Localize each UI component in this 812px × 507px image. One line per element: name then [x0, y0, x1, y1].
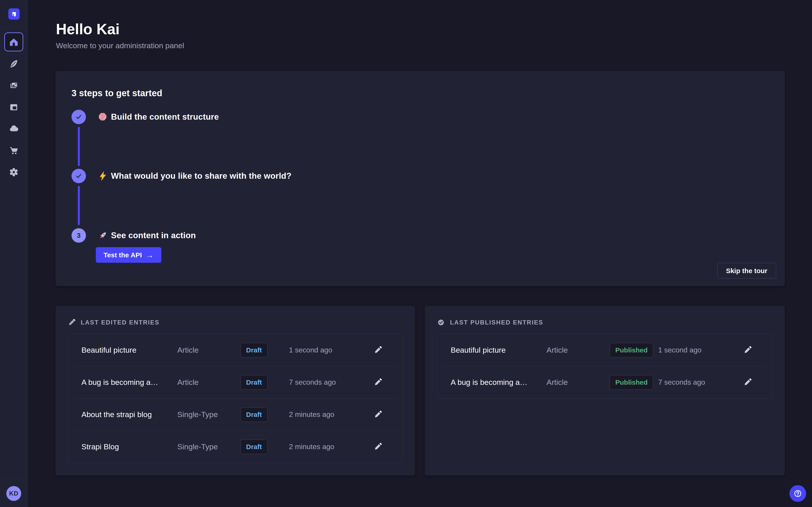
step-3-label: See content in action	[98, 228, 196, 243]
entry-timestamp: 1 second ago	[289, 346, 371, 354]
panel-header: LAST PUBLISHED ENTRIES	[437, 318, 772, 327]
step-1-check-circle	[71, 110, 86, 124]
content-manager-feather-icon	[9, 59, 19, 69]
step-1-label: Build the content structure	[98, 110, 219, 124]
entry-content-type: Article	[547, 346, 610, 354]
page-title: Hello Kai	[56, 21, 119, 38]
lightning-emoji-icon	[98, 171, 108, 181]
media-library-icon	[9, 80, 19, 91]
skip-the-tour-button[interactable]: Skip the tour	[717, 263, 776, 279]
step-2-label: What would you like to share with the wo…	[98, 169, 292, 183]
step-connector	[78, 127, 80, 166]
help-button[interactable]	[790, 485, 806, 502]
cloud-icon	[9, 123, 19, 134]
pencil-icon	[743, 346, 752, 355]
edit-entry-button[interactable]	[371, 346, 385, 355]
check-icon	[75, 172, 83, 180]
entry-content-type: Single-Type	[177, 410, 241, 419]
status-badge: Draft	[241, 375, 267, 390]
page-subtitle: Welcome to your administration panel	[56, 41, 184, 50]
entry-timestamp: 7 seconds ago	[289, 378, 371, 386]
sidebar-item-settings[interactable]	[4, 163, 23, 182]
entry-timestamp: 2 minutes ago	[289, 443, 371, 451]
entry-timestamp: 7 seconds ago	[658, 378, 741, 386]
pencil-icon	[373, 346, 382, 355]
entry-content-type: Article	[177, 346, 241, 354]
edit-entry-button[interactable]	[371, 378, 385, 387]
entry-row: A bug is becoming a… Article Draft 7 sec…	[68, 366, 403, 398]
sidebar-item-content-type-builder[interactable]	[4, 98, 23, 116]
entry-title: A bug is becoming a…	[82, 378, 177, 387]
sidebar: KD	[0, 0, 28, 507]
entry-title: A bug is becoming a…	[451, 378, 547, 387]
edit-entry-button[interactable]	[741, 346, 754, 355]
entry-content-type: Article	[177, 378, 241, 387]
check-circle-icon	[437, 319, 445, 327]
marketplace-cart-icon	[9, 145, 19, 156]
pencil-icon	[68, 319, 76, 327]
panel-title: LAST PUBLISHED ENTRIES	[450, 319, 543, 326]
panel-header: LAST EDITED ENTRIES	[68, 318, 403, 327]
edit-entry-button[interactable]	[371, 442, 385, 451]
settings-gear-icon	[9, 167, 19, 177]
status-badge: Draft	[241, 407, 267, 422]
pencil-icon	[743, 378, 752, 387]
step-connector	[78, 186, 80, 225]
pencil-icon	[373, 410, 382, 419]
status-badge: Published	[610, 343, 653, 357]
arrow-right-icon: →	[146, 251, 154, 259]
sidebar-item-marketplace[interactable]	[4, 141, 23, 160]
entry-timestamp: 1 second ago	[658, 346, 741, 354]
test-the-api-button[interactable]: Test the API →	[96, 247, 161, 263]
last-edited-entries-table: Beautiful picture Article Draft 1 second…	[68, 334, 403, 463]
question-mark-icon	[793, 489, 802, 498]
step-3-number-circle: 3	[71, 228, 86, 243]
content-type-builder-icon	[9, 102, 19, 112]
entry-row: About the strapi blog Single-Type Draft …	[68, 398, 403, 431]
avatar-initials: KD	[9, 490, 18, 497]
entry-row: A bug is becoming a… Article Published 7…	[437, 366, 772, 398]
pencil-icon	[373, 378, 382, 387]
entry-row: Strapi Blog Single-Type Draft 2 minutes …	[68, 431, 403, 463]
entry-content-type: Article	[547, 378, 610, 387]
entry-title: Strapi Blog	[82, 442, 177, 451]
entry-row: Beautiful picture Article Draft 1 second…	[68, 334, 403, 366]
status-badge: Draft	[241, 343, 267, 357]
brain-emoji-icon	[98, 112, 108, 122]
step-2-check-circle	[71, 169, 86, 183]
guided-tour-card: 3 steps to get started Build the content…	[55, 71, 785, 286]
sidebar-item-content-manager[interactable]	[4, 54, 23, 73]
pencil-icon	[373, 442, 382, 451]
status-badge: Published	[610, 375, 653, 390]
sidebar-divider	[0, 479, 28, 480]
entry-title: Beautiful picture	[82, 346, 177, 354]
user-avatar[interactable]: KD	[6, 486, 21, 501]
entry-title: About the strapi blog	[82, 410, 177, 419]
entry-title: Beautiful picture	[451, 346, 547, 354]
sidebar-item-cloud[interactable]	[4, 119, 23, 138]
edit-entry-button[interactable]	[741, 378, 754, 387]
last-edited-entries-panel: LAST EDITED ENTRIES Beautiful picture Ar…	[55, 306, 415, 475]
guided-tour-title: 3 steps to get started	[71, 88, 162, 99]
step-3-number: 3	[77, 232, 81, 239]
sidebar-item-home[interactable]	[4, 33, 23, 51]
entry-content-type: Single-Type	[177, 442, 241, 451]
home-icon	[9, 37, 19, 47]
last-published-entries-table: Beautiful picture Article Published 1 se…	[437, 334, 772, 399]
entry-row: Beautiful picture Article Published 1 se…	[437, 334, 772, 366]
edit-entry-button[interactable]	[371, 410, 385, 419]
status-badge: Draft	[241, 440, 267, 454]
panel-title: LAST EDITED ENTRIES	[81, 319, 159, 326]
last-published-entries-panel: LAST PUBLISHED ENTRIES Beautiful picture…	[425, 306, 785, 475]
rocket-emoji-icon	[98, 230, 108, 240]
check-icon	[75, 113, 83, 121]
sidebar-item-media-library[interactable]	[4, 76, 23, 95]
entry-timestamp: 2 minutes ago	[289, 410, 371, 419]
strapi-logo-icon[interactable]	[8, 8, 19, 19]
